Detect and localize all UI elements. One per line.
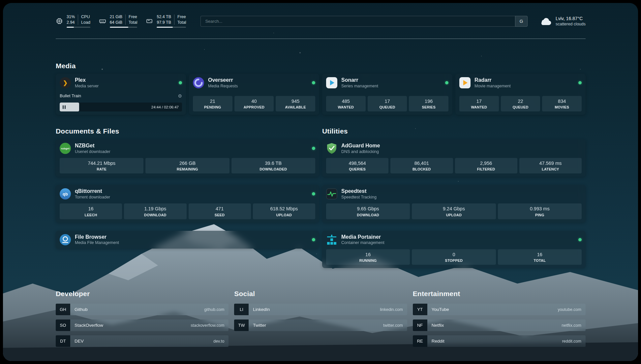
stat-value: 2,956 — [456, 161, 517, 166]
app-card-plex[interactable]: ❯ Plex Media server Bullet Train ⚙ — [56, 74, 186, 115]
pause-icon[interactable] — [63, 105, 66, 109]
social-section-title: Social — [234, 290, 407, 298]
bookmark-group-social: Social LI LinkedIn linkedin.com TW Twitt… — [234, 290, 407, 347]
stat-label: FILTERED — [456, 167, 517, 171]
bookmark-name: Netflix — [432, 323, 444, 328]
bookmark-name: YouTube — [432, 307, 449, 312]
cpu-load-value: 2.94 — [67, 20, 75, 25]
stat-box: 834 MOVIES — [542, 96, 582, 111]
bookmark-url: github.com — [204, 307, 224, 312]
stat-value: 47.569 ms — [520, 161, 581, 166]
app-name: Sonarr — [341, 77, 378, 83]
bookmark-item[interactable]: SO StackOverflow stackoverflow.com — [56, 319, 229, 331]
ram-total-value: 64 GiB — [110, 20, 122, 25]
app-card-overseerr[interactable]: Overseerr Media Requests 21 PENDING — [189, 74, 319, 115]
stat-value: 86,401 — [391, 161, 452, 166]
app-card-nzbget[interactable]: nzbget NZBGet Usenet downloader 744.21 M… — [56, 139, 319, 177]
stat-box: 16 TOTAL — [498, 249, 582, 265]
app-name: NZBGet — [75, 143, 110, 149]
radarr-icon — [459, 77, 471, 88]
header-divider — [56, 39, 586, 39]
stat-label: UPLOAD — [254, 213, 315, 217]
app-card-portainer[interactable]: Media Portainer Container management 16 … — [322, 231, 586, 268]
bookmark-item[interactable]: NF Netflix netflix.com — [413, 319, 586, 331]
disk-total-value: 97.9 TB — [157, 20, 171, 25]
gear-icon[interactable]: ⚙ — [178, 94, 182, 98]
app-card-filebrowser[interactable]: File Browser Media File Management — [56, 231, 319, 249]
bookmark-item[interactable]: DT DEV dev.to — [56, 335, 229, 347]
status-indicator — [578, 238, 582, 241]
stat-label: DOWNLOAD — [327, 213, 409, 217]
ram-free-value: 21 GiB — [110, 15, 122, 19]
stat-value: 266 GB — [146, 161, 229, 166]
stat-box: 945 AVAILABLE — [276, 96, 315, 111]
system-metrics: 31% 2.94 CPU Load — [56, 15, 186, 28]
disk-icon — [146, 17, 153, 25]
app-card-adguard[interactable]: AdGuard Home DNS and adblocking 498,564 … — [322, 139, 586, 177]
adguard-icon — [326, 143, 337, 154]
status-indicator — [312, 192, 315, 196]
app-name: Overseerr — [208, 77, 238, 83]
bookmark-item[interactable]: RE Reddit reddit.com — [413, 335, 586, 347]
search-engine-button[interactable]: G — [515, 16, 528, 27]
stat-value: 618.52 Mbps — [254, 206, 315, 212]
bookmark-abbr-badge: YT — [413, 304, 427, 315]
status-indicator — [312, 238, 315, 241]
bookmark-url: youtube.com — [558, 307, 581, 312]
stat-box: 86,401 BLOCKED — [390, 158, 453, 173]
entertainment-section-title: Entertainment — [413, 290, 586, 298]
stat-value: 17 — [368, 99, 407, 104]
app-card-sonarr[interactable]: Sonarr Series management 485 WANTED — [322, 74, 452, 115]
app-name: AdGuard Home — [341, 143, 380, 149]
app-description: Series management — [341, 84, 378, 88]
weather-widget[interactable]: Lviv, 16.87°C scattered clouds — [539, 16, 586, 26]
media-section-title: Media — [56, 62, 586, 70]
stat-label: REMAINING — [146, 167, 229, 171]
stat-box: 17 WANTED — [459, 96, 499, 111]
disk-free-value: 52.4 TB — [157, 15, 171, 19]
dashboard-window: 31% 2.94 CPU Load — [3, 3, 638, 361]
app-description: Speedtest Tracking — [341, 195, 377, 199]
stat-label: RATE — [60, 167, 143, 171]
stat-box: 498,564 QUERIES — [326, 158, 388, 173]
bookmark-name: Reddit — [432, 339, 444, 344]
app-description: Movie management — [474, 84, 511, 88]
app-description: Container management — [341, 240, 384, 245]
bookmark-group-developer: Developer GH Github github.com SO StackO… — [56, 290, 229, 347]
bookmark-item[interactable]: GH Github github.com — [56, 304, 229, 315]
bookmark-url: linkedin.com — [380, 307, 403, 312]
bookmark-item[interactable]: TW Twitter twitter.com — [234, 319, 407, 331]
stat-label: AVAILABLE — [276, 105, 315, 109]
ram-label-2: Total — [129, 20, 137, 25]
stat-value: 0 — [412, 252, 495, 258]
utilities-section-title: Utilities — [322, 127, 586, 135]
stat-value: 21 — [194, 99, 232, 104]
stat-value: 9.24 Gbps — [412, 206, 495, 212]
section-utilities: Utilities — [322, 127, 586, 268]
bookmark-abbr-badge: SO — [56, 319, 70, 331]
app-card-speedtest[interactable]: Speedtest Speedtest Tracking 9.65 Gbps D… — [322, 185, 586, 222]
stat-label: WANTED — [460, 105, 498, 109]
app-card-radarr[interactable]: Radarr Movie management 17 WANTED — [455, 74, 586, 115]
stat-box: 16 RUNNING — [326, 249, 410, 265]
app-card-qbittorrent[interactable]: qb qBittorrent Torrent downloader 16 LEE — [56, 185, 319, 222]
stat-box: 22 QUEUED — [501, 96, 540, 111]
search-input[interactable] — [200, 16, 515, 27]
search-bar: G — [200, 16, 528, 27]
playback-progress-bar[interactable]: 24:44 / 02:06:47 — [60, 103, 182, 111]
bookmark-url: twitter.com — [383, 323, 403, 328]
section-documents-files: Documents & Files nzbget NZBGet Usenet d… — [56, 127, 319, 268]
bookmark-item[interactable]: LI LinkedIn linkedin.com — [234, 304, 407, 315]
ram-label-1: Free — [129, 15, 137, 19]
bookmark-item[interactable]: YT YouTube youtube.com — [413, 304, 586, 315]
stat-box: 0.993 ms PING — [498, 203, 582, 219]
top-bar: 31% 2.94 CPU Load — [56, 12, 586, 30]
app-description: Torrent downloader — [75, 195, 110, 199]
sonarr-icon — [326, 77, 337, 88]
cpu-label-1: CPU — [81, 15, 90, 19]
stat-label: QUEUED — [502, 105, 540, 109]
stat-label: DOWNLOADED — [232, 167, 315, 171]
ram-icon — [99, 17, 106, 25]
disk-label-1: Free — [177, 15, 186, 19]
stat-label: RUNNING — [327, 258, 409, 262]
